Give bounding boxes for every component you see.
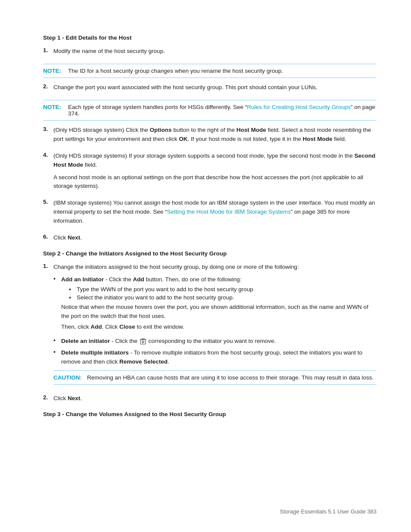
- step2-list: 1. Change the initiators assigned to the…: [43, 263, 377, 407]
- step3-heading: Step 3 - Change the Volumes Assigned to …: [43, 411, 377, 417]
- list-num: 4.: [43, 152, 53, 158]
- list-item: • Type the WWN of the port you want to a…: [69, 286, 377, 293]
- list-item: • Delete an initiator - Click the: [53, 337, 377, 346]
- sub-bullet-dot: •: [69, 286, 77, 293]
- item6-text: Click Next.: [53, 233, 377, 243]
- list-num: 3.: [43, 126, 53, 132]
- list-item: • Add an Initiator - Click the Add butto…: [53, 275, 377, 335]
- note2-link[interactable]: Rules for Creating Host Security Groups: [247, 104, 351, 110]
- then-text: Then, click Add. Click Close to exit the…: [61, 323, 377, 332]
- bullet-dot: •: [53, 337, 61, 344]
- note2-label: NOTE:: [43, 104, 65, 110]
- list-content: Delete multiple initiators - To remove m…: [61, 348, 377, 367]
- step1-heading: Step 1 - Edit Details for the Host: [43, 34, 377, 41]
- item4-sub: A second host mode is an optional settin…: [53, 173, 377, 191]
- caution-box: CAUTION: Removing an HBA can cause hosts…: [53, 370, 377, 385]
- bullet-dot: •: [53, 348, 61, 355]
- step2-bullet-list: • Add an Initiator - Click the Add butto…: [53, 275, 377, 366]
- footer-text: Storage Essentials 5.1 User Guide 383: [280, 508, 377, 515]
- item2-text: Change the port you want associated with…: [53, 83, 377, 92]
- list-num: 6.: [43, 233, 53, 240]
- list-item: 6. Click Next.: [43, 233, 377, 246]
- list-item: • Select the initiator you want to add t…: [69, 294, 377, 301]
- note-box-2: NOTE: Each type of storage system handle…: [43, 100, 377, 121]
- item4-text: (Only HDS storage systems) If your stora…: [53, 152, 377, 170]
- note1-label: NOTE:: [43, 68, 65, 74]
- sub-item-2: Select the initiator you want to add to …: [77, 294, 234, 301]
- bullet-dot: •: [53, 275, 61, 282]
- list-item: • Delete multiple initiators - To remove…: [53, 348, 377, 367]
- list-content: (Only HDS storage system) Click the Opti…: [53, 126, 377, 147]
- list-num: 2.: [43, 83, 53, 90]
- note-box-1: NOTE: The ID for a host security group c…: [43, 64, 377, 78]
- svg-rect-5: [140, 339, 146, 340]
- list-num: 5.: [43, 199, 53, 205]
- list-content: Click Next.: [53, 394, 377, 407]
- step2-item2-text: Click Next.: [53, 394, 377, 403]
- note2-container: NOTE: Each type of storage system handle…: [43, 100, 377, 121]
- list-num: 1.: [43, 263, 53, 269]
- caution-text: Removing an HBA can cause hosts that are…: [87, 374, 374, 381]
- notice-text: Notice that when the mouse hovers over t…: [61, 303, 377, 321]
- list-content: Click Next.: [53, 233, 377, 246]
- list-content: Modify the name of the host security gro…: [53, 47, 377, 59]
- list-content: Change the port you want associated with…: [53, 83, 377, 96]
- page-footer: Storage Essentials 5.1 User Guide 383: [280, 508, 377, 515]
- list-item: 4. (Only HDS storage systems) If your st…: [43, 152, 377, 195]
- add-initiator-text: Add an Initiator - Click the Add button.…: [61, 275, 377, 284]
- step2-heading: Step 2 - Change the Initiators Assigned …: [43, 250, 377, 257]
- sub-bullet-dot: •: [69, 294, 77, 301]
- item1-text: Modify the name of the host security gro…: [53, 47, 377, 56]
- list-content: (IBM storage systems) You cannot assign …: [53, 199, 377, 229]
- delete-initiator-text: Delete an initiator - Click the: [61, 337, 377, 346]
- note2-text: Each type of storage system handles port…: [68, 104, 377, 117]
- item3-text: (Only HDS storage system) Click the Opti…: [53, 126, 377, 144]
- list-item: 1. Modify the name of the host security …: [43, 47, 377, 59]
- list-content: (Only HDS storage systems) If your stora…: [53, 152, 377, 195]
- page: Step 1 - Edit Details for the Host 1. Mo…: [0, 0, 411, 532]
- list-item: 2. Click Next.: [43, 394, 377, 407]
- list-item: 2. Change the port you want associated w…: [43, 83, 377, 96]
- list-num: 1.: [43, 47, 53, 53]
- trash-icon: [140, 338, 146, 345]
- note1-container: NOTE: The ID for a host security group c…: [43, 64, 377, 78]
- list-item: 3. (Only HDS storage system) Click the O…: [43, 126, 377, 147]
- list-content: Delete an initiator - Click the: [61, 337, 377, 346]
- caution-label: CAUTION:: [53, 374, 84, 381]
- delete-multiple-text: Delete multiple initiators - To remove m…: [61, 348, 377, 367]
- item5-text: (IBM storage systems) You cannot assign …: [53, 199, 377, 226]
- item5-link[interactable]: Setting the Host Mode for IBM Storage Sy…: [167, 208, 290, 215]
- step2-item1-text: Change the initiators assigned to the ho…: [53, 263, 377, 272]
- list-content: Change the initiators assigned to the ho…: [53, 263, 377, 390]
- step1-list: 1. Modify the name of the host security …: [43, 47, 377, 246]
- list-item: 5. (IBM storage systems) You cannot assi…: [43, 199, 377, 229]
- sub-bullet-list: • Type the WWN of the port you want to a…: [69, 286, 377, 301]
- list-content: Add an Initiator - Click the Add button.…: [61, 275, 377, 335]
- note1-text: The ID for a host security group changes…: [68, 68, 283, 74]
- list-item: 1. Change the initiators assigned to the…: [43, 263, 377, 390]
- list-num: 2.: [43, 394, 53, 401]
- sub-item-1: Type the WWN of the port you want to add…: [77, 286, 253, 292]
